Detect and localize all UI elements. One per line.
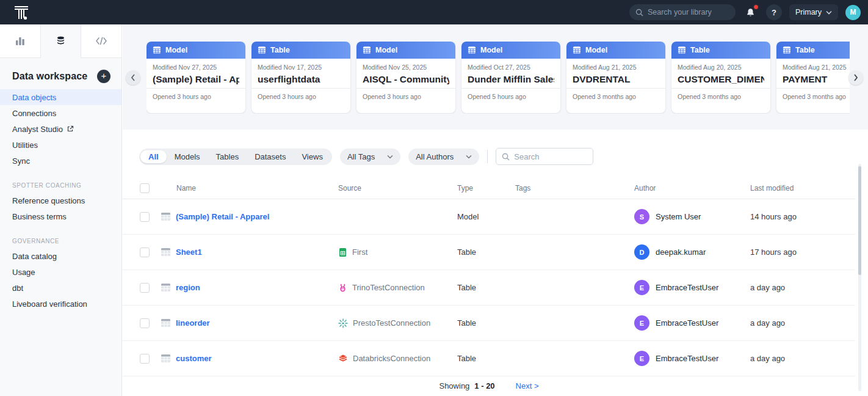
sidebar-item-label: Business terms — [12, 212, 67, 221]
column-header-type[interactable]: Type — [457, 184, 515, 193]
thoughtspot-logo-icon[interactable] — [12, 3, 31, 21]
sidebar-item-connections[interactable]: Connections — [0, 105, 121, 121]
card-modified-date: Modified Oct 27, 2025 — [468, 64, 554, 71]
last-modified-label: a day ago — [750, 354, 855, 363]
sidebar-item-utilities[interactable]: Utilities — [0, 137, 121, 153]
scrollbar-thumb[interactable] — [858, 166, 861, 275]
card-modified-date: Modified Aug 21, 2025 — [573, 64, 659, 71]
library-search[interactable] — [629, 4, 736, 20]
recent-card[interactable]: Table Modified Aug 20, 2025 CUSTOMER_DIM… — [671, 42, 770, 113]
card-header: Model — [146, 42, 245, 59]
recent-card[interactable]: Model Modified Aug 21, 2025 DVDRENTAL Op… — [566, 42, 665, 113]
row-checkbox[interactable] — [140, 318, 150, 328]
recent-card[interactable]: Model Modified Nov 25, 2025 AISQL - Comm… — [356, 42, 455, 113]
author-name: EmbraceTestUser — [656, 318, 718, 328]
sheets-icon — [338, 248, 347, 257]
card-modified-date: Modified Nov 27, 2025 — [153, 64, 239, 71]
carousel-next-button[interactable] — [848, 70, 863, 85]
sidebar-item-dbt[interactable]: dbt — [0, 280, 121, 296]
recent-card[interactable]: Table Modified Nov 17, 2025 userflightda… — [251, 42, 350, 113]
user-avatar[interactable]: M — [845, 5, 861, 20]
table-row-customer: customer DatabricksConnection Table E Em… — [123, 341, 855, 376]
help-button[interactable]: ? — [766, 4, 782, 20]
sidebar-item-usage[interactable]: Usage — [0, 264, 121, 280]
environment-selector[interactable]: Primary — [789, 4, 838, 20]
filter-tab-tables[interactable]: Tables — [208, 150, 247, 163]
recent-card[interactable]: Model Modified Nov 27, 2025 (Sample) Ret… — [146, 42, 245, 113]
card-header: Model — [566, 42, 665, 59]
row-checkbox[interactable] — [140, 283, 150, 293]
table-row-sample-retail-apparel: (Sample) Retail - Apparel Model S System… — [123, 199, 855, 235]
add-button[interactable]: + — [97, 70, 110, 83]
chevron-down-icon — [826, 10, 832, 15]
tab-developer[interactable] — [81, 24, 121, 58]
card-opened-label: Opened 5 hours ago — [461, 88, 560, 100]
row-checkbox[interactable] — [140, 248, 150, 257]
tags-filter-dropdown[interactable]: All Tags — [340, 148, 400, 165]
authors-filter-label: All Authors — [416, 152, 454, 161]
chevron-down-icon — [387, 155, 393, 159]
object-name-link[interactable]: region — [176, 283, 200, 292]
data-objects-table: Name Source Type Tags Author Last modifi… — [123, 177, 855, 376]
search-icon — [635, 9, 643, 16]
filter-tab-all[interactable]: All — [140, 150, 167, 163]
last-modified-label: a day ago — [750, 318, 855, 328]
sidebar-item-label: Utilities — [12, 141, 38, 150]
tags-filter-label: All Tags — [347, 152, 375, 161]
grid-table-icon — [161, 354, 171, 363]
card-body: Modified Aug 20, 2025 CUSTOMER_DIMENSION — [671, 59, 770, 88]
card-header: Model — [461, 42, 560, 59]
filter-tab-datasets[interactable]: Datasets — [247, 150, 294, 163]
table-search-input[interactable] — [514, 152, 584, 161]
card-type-badge: Model — [585, 46, 607, 54]
column-header-author[interactable]: Author — [634, 184, 750, 193]
next-page-link[interactable]: Next > — [516, 381, 539, 391]
top-bar: ? Primary M — [0, 0, 868, 24]
card-opened-label: Opened 3 hours ago — [251, 88, 350, 100]
sidebar-item-liveboard-verification[interactable]: Liveboard verification — [0, 296, 121, 312]
card-title: Dunder Mifflin Sales — [468, 74, 554, 85]
sidebar-item-data-catalog[interactable]: Data catalog — [0, 248, 121, 264]
author-name: EmbraceTestUser — [656, 283, 718, 292]
object-name-link[interactable]: customer — [176, 354, 212, 363]
carousel-prev-button[interactable] — [126, 70, 140, 85]
filter-tab-views[interactable]: Views — [294, 150, 330, 163]
recent-card[interactable]: Model Modified Oct 27, 2025 Dunder Miffl… — [461, 42, 560, 113]
recents-carousel: Model Modified Nov 27, 2025 (Sample) Ret… — [146, 42, 850, 114]
sidebar-item-label: Data catalog — [12, 252, 57, 261]
row-checkbox[interactable] — [140, 354, 150, 364]
sidebar-item-reference-questions[interactable]: Reference questions — [0, 193, 121, 208]
sidebar-item-data-objects[interactable]: Data objects — [0, 89, 121, 105]
recent-card[interactable]: Table Modified Aug 21, 2025 PAYMENT Open… — [776, 42, 850, 113]
last-modified-label: 14 hours ago — [750, 212, 855, 221]
column-header-source[interactable]: Source — [338, 184, 457, 193]
sidebar-item-analyst-studio[interactable]: Analyst Studio — [0, 121, 121, 137]
column-header-tags[interactable]: Tags — [515, 184, 634, 193]
sidebar-item-label: Connections — [12, 109, 56, 118]
section-spotter-coaching: SPOTTER COACHING — [0, 169, 121, 193]
column-header-name[interactable]: Name — [161, 184, 338, 193]
notifications-button[interactable] — [743, 4, 759, 20]
tab-insights[interactable] — [0, 24, 40, 58]
object-name-link[interactable]: (Sample) Retail - Apparel — [176, 212, 269, 221]
authors-filter-dropdown[interactable]: All Authors — [408, 148, 479, 165]
card-opened-label: Opened 3 hours ago — [146, 88, 245, 100]
filter-tab-models[interactable]: Models — [167, 150, 208, 163]
author-avatar: E — [634, 280, 649, 295]
author-avatar: S — [634, 209, 649, 224]
object-name-link[interactable]: Sheet1 — [176, 248, 202, 257]
sidebar-item-sync[interactable]: Sync — [0, 153, 121, 169]
select-all-checkbox[interactable] — [140, 183, 150, 193]
card-body: Modified Nov 17, 2025 userflightdata — [251, 59, 350, 88]
workspace-header: Data workspace + — [0, 58, 121, 89]
object-name-link[interactable]: lineorder — [176, 318, 210, 328]
author-avatar: E — [634, 351, 649, 366]
tab-data[interactable] — [40, 24, 81, 58]
grid-table-icon — [161, 318, 171, 328]
library-search-input[interactable] — [648, 8, 727, 16]
sidebar-item-business-terms[interactable]: Business terms — [0, 208, 121, 224]
card-opened-label: Opened 3 hours ago — [356, 88, 455, 100]
column-header-modified[interactable]: Last modified — [750, 184, 855, 193]
row-checkbox[interactable] — [140, 212, 150, 222]
table-search[interactable] — [496, 148, 593, 165]
